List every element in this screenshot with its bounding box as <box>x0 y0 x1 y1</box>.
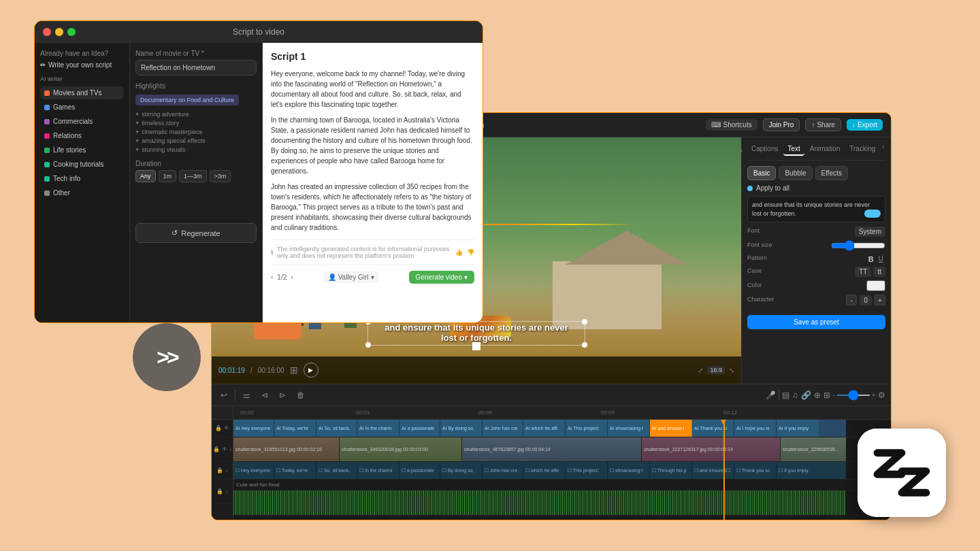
undo-button[interactable]: ↩ <box>217 389 231 401</box>
caption-clip-3[interactable]: Aí So, sit back, <box>316 420 357 437</box>
add-highlight-5[interactable]: + stunning visuals <box>135 146 257 153</box>
caption2-clip-10[interactable]: ☐ showcasing t <box>608 462 650 479</box>
sidebar-item-movies[interactable]: Movies and TVs <box>40 86 124 99</box>
add-highlight-1[interactable]: + stirring adventure <box>135 111 257 118</box>
more-tabs-icon[interactable]: › <box>882 143 884 156</box>
caption-clip-7[interactable]: Aí John has cre <box>483 420 523 437</box>
join-pro-button[interactable]: Join Pro <box>763 118 800 131</box>
caption-clip-2[interactable]: Aí Today, we're <box>274 420 316 437</box>
duration-1m[interactable]: 1m <box>159 170 177 182</box>
write-own-script-btn[interactable]: ✏ Write your own script <box>40 61 124 69</box>
play-button[interactable]: ▶ <box>304 363 318 378</box>
color-swatch[interactable] <box>866 280 885 291</box>
sidebar-item-tech[interactable]: Tech info <box>40 172 124 185</box>
caption-clip-8[interactable]: Aí which he affi <box>523 420 566 437</box>
case-lowercase[interactable]: tt <box>873 267 885 277</box>
magnet-icon[interactable]: ⊕ <box>814 390 821 400</box>
caption-clip-13[interactable]: Aí I hope you ei <box>734 420 777 437</box>
fullscreen-icon[interactable]: ⤢ <box>698 367 703 374</box>
trim-right-button[interactable]: ⊳ <box>276 389 289 401</box>
audio-icon-4[interactable]: ♪ <box>225 488 228 495</box>
voice-selector[interactable]: 👤 Valley Girl ▾ <box>324 271 378 283</box>
tab-captions[interactable]: Captions <box>747 143 782 156</box>
tab-animation[interactable]: Animation <box>806 143 844 156</box>
add-highlight-4[interactable]: + amazing special effects <box>135 137 257 144</box>
sidebar-item-relations[interactable]: Relations <box>40 129 124 142</box>
caption2-clip-5[interactable]: ☐ a passionate <box>399 462 440 479</box>
bold-button[interactable]: B <box>868 255 874 263</box>
style-basic[interactable]: Basic <box>747 166 776 180</box>
caption2-clip-14[interactable]: ☐ If you enjoy <box>777 462 819 479</box>
share-button[interactable]: ↑ Share <box>805 118 841 131</box>
sidebar-item-games[interactable]: Games <box>40 101 124 114</box>
lock-icon-2[interactable]: 🔒 <box>213 446 220 452</box>
prev-page-btn[interactable]: ‹ <box>271 273 273 281</box>
caption-clip-12[interactable]: Aí Thank you si <box>692 420 734 437</box>
save-preset-button[interactable]: Save as preset <box>747 315 885 329</box>
caption-clip-5[interactable]: Aí a passionate <box>399 420 440 437</box>
thumbs-down-icon[interactable]: 👎 <box>467 249 474 256</box>
duration-1-3m[interactable]: 1—3m <box>179 170 207 182</box>
trim-left-button[interactable]: ⊲ <box>258 389 272 401</box>
caption-clip-1[interactable]: Aí Hey everyone <box>233 420 274 437</box>
caption2-clip-13[interactable]: ☐ Thank you sc <box>734 462 777 479</box>
shortcuts-button[interactable]: ⌨ Shortcuts <box>706 119 757 131</box>
video-track-icon[interactable]: ▤ <box>782 390 789 400</box>
close-dot[interactable] <box>43 28 51 36</box>
style-effects[interactable]: Effects <box>815 166 848 180</box>
font-value[interactable]: System <box>855 227 885 237</box>
case-uppercase[interactable]: TT <box>855 267 871 277</box>
underline-button[interactable]: U <box>877 254 885 263</box>
eye-icon-2[interactable]: 👁 <box>222 446 227 452</box>
delete-button[interactable]: 🗑 <box>293 389 308 401</box>
tab-text[interactable]: Text <box>783 143 804 156</box>
caption2-clip-3[interactable]: ☐ So, sit back, <box>316 462 357 479</box>
caption-clip-10[interactable]: Aí showcasing t <box>608 420 650 437</box>
caption2-clip-7[interactable]: ☐ John has cre <box>483 462 523 479</box>
caption2-clip-8[interactable]: ☐ which he affe <box>523 462 566 479</box>
maximize-dot[interactable] <box>67 28 76 36</box>
caption2-clip-6[interactable]: ☐ By doing so, <box>440 462 483 479</box>
audio-icon-3[interactable]: ♪ <box>225 467 228 473</box>
style-bubble[interactable]: Bubble <box>779 166 812 180</box>
lock-icon-4[interactable]: 🔒 <box>216 488 223 495</box>
sidebar-item-cooking[interactable]: Cooking tutorials <box>40 158 124 171</box>
duration-any[interactable]: Any <box>135 170 156 182</box>
settings-icon[interactable]: ⚙ <box>878 390 885 400</box>
export-button[interactable]: ↓ Export <box>847 119 883 131</box>
video-clip-4[interactable]: shutterstock_2227128317.jpg 00:00:03:14 <box>642 437 781 461</box>
panel-expand-icon[interactable]: › <box>741 147 742 154</box>
sidebar-item-commercials[interactable]: Commercials <box>40 115 124 128</box>
tab-tracking[interactable]: Tracking <box>845 143 879 156</box>
lock-icon-1[interactable]: 🔒 <box>215 425 222 431</box>
caption2-clip-11[interactable]: ☐ Through his p <box>650 462 692 479</box>
caption2-clip-9[interactable]: ☐ This project: <box>566 462 608 479</box>
caption2-clip-2[interactable]: ☐ Today, we're <box>274 462 316 479</box>
add-highlight-3[interactable]: + cinematic masterpiece <box>135 129 257 135</box>
caption-toggle-switch[interactable] <box>864 210 881 218</box>
character-decrement[interactable]: - <box>846 295 857 305</box>
caption-clip-4[interactable]: Aí In the charm <box>357 420 399 437</box>
duration-3m-plus[interactable]: >3m <box>210 170 231 182</box>
generate-video-button[interactable]: Generate video ▾ <box>409 271 474 284</box>
regenerate-button[interactable]: ↺ Regenerate <box>135 223 257 243</box>
next-page-btn[interactable]: › <box>291 273 293 281</box>
movie-name-input[interactable] <box>135 60 257 76</box>
link-icon[interactable]: 🔗 <box>801 390 811 400</box>
eye-icon-1[interactable]: 👁 <box>224 425 229 431</box>
caption-clip-9[interactable]: Aí This project: <box>566 420 608 437</box>
sidebar-item-other[interactable]: Other <box>40 186 124 199</box>
thumbs-up-icon[interactable]: 👍 <box>455 249 463 256</box>
video-clip-5[interactable]: shutterstock_229608539... <box>781 437 846 461</box>
font-size-slider[interactable] <box>831 240 885 251</box>
caption-clip-14[interactable]: Aí If you enjoy <box>777 420 819 437</box>
character-increment[interactable]: + <box>875 295 885 305</box>
zoom-icon[interactable]: ⊞ <box>823 390 830 400</box>
arrow-forward-button[interactable]: >> <box>133 323 201 391</box>
minimize-dot[interactable] <box>55 28 63 36</box>
microphone-icon[interactable]: 🎤 <box>766 390 776 400</box>
lock-icon-3[interactable]: 🔒 <box>216 467 223 473</box>
caption2-clip-4[interactable]: ☐ In the charmi <box>357 462 399 479</box>
caption2-clip-12[interactable]: ☐ and ensure t☐ <box>692 462 734 479</box>
caption-clip-6[interactable]: Aí By doing so, <box>440 420 483 437</box>
